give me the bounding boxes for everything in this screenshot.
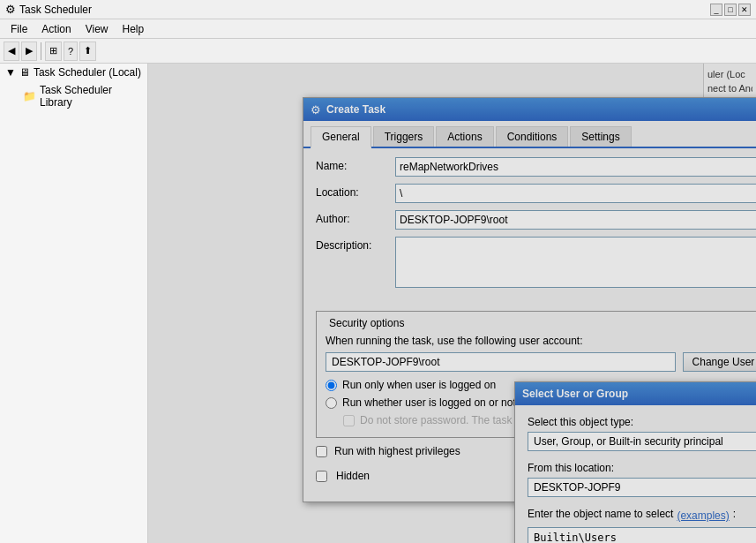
expand-icon: ▼ [5,66,16,79]
help-btn[interactable]: ? [64,41,78,61]
title-bar: ⚙ Task Scheduler _ □ ✕ [0,0,756,19]
close-btn[interactable]: ✕ [738,4,751,16]
up-btn[interactable]: ⬆ [79,41,96,61]
main-layout: ▼ 🖥 Task Scheduler (Local) 📁 Task Schedu… [0,64,756,543]
sidebar: ▼ 🖥 Task Scheduler (Local) 📁 Task Schedu… [0,64,148,543]
folder-icon: 📁 [23,90,36,102]
show-hide-btn[interactable]: ⊞ [45,41,62,61]
maximize-btn[interactable]: □ [724,4,737,16]
forward-btn[interactable]: ▶ [21,41,37,61]
sidebar-item-local-label: Task Scheduler (Local) [34,66,141,79]
back-btn[interactable]: ◀ [4,41,19,61]
toolbar-separator [41,42,41,60]
menu-view[interactable]: View [79,21,116,37]
sidebar-item-local[interactable]: ▼ 🖥 Task Scheduler (Local) [0,64,147,81]
toolbar: ◀ ▶ ⊞ ? ⬆ [0,39,756,64]
minimize-btn[interactable]: _ [710,4,722,16]
modal-overlay [148,64,756,543]
app-title: Task Scheduler [19,4,707,16]
menu-file[interactable]: File [4,21,34,37]
computer-icon: 🖥 [19,66,30,79]
menu-help[interactable]: Help [116,21,152,37]
menu-bar: File Action View Help [0,19,756,39]
sidebar-item-library[interactable]: 📁 Task Scheduler Library [0,81,147,111]
app-icon: ⚙ [5,3,16,16]
right-panel: uler (Loc nect to Anc te Basic Tas te Ta… [148,64,756,543]
sidebar-item-library-label: Task Scheduler Library [40,84,142,109]
title-bar-controls: _ □ ✕ [710,4,751,16]
menu-action[interactable]: Action [34,21,78,37]
